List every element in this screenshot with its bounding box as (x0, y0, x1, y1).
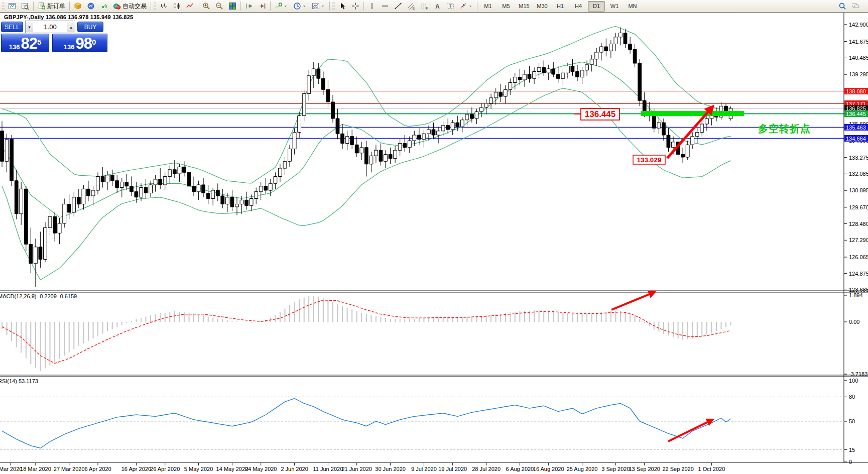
indicators-button[interactable] (273, 1, 290, 12)
vertical-line-button[interactable] (366, 1, 378, 12)
price-tick-label: 130.895 (849, 187, 868, 193)
note-text[interactable]: 多空转折点 (758, 123, 811, 134)
toolbar-grip[interactable] (154, 2, 156, 10)
new-chart-button[interactable] (6, 1, 18, 12)
chart-shift-button[interactable] (256, 1, 268, 12)
date-tick-label: 24 May 2020 (245, 466, 277, 472)
price-tick-label: 127.290 (849, 237, 868, 243)
sell-price-sup: 5 (37, 35, 41, 50)
timeframe-d1-button[interactable]: D1 (588, 1, 605, 12)
toolbar-grip[interactable] (332, 2, 335, 10)
price-annotation-text: 136.445 (585, 109, 615, 119)
sell-price-button[interactable]: 136825 (1, 34, 49, 52)
timeframe-m1-button[interactable]: M1 (479, 1, 497, 12)
data-window-button[interactable] (85, 1, 97, 12)
volume-decrease-button[interactable]: ▾ (26, 22, 33, 32)
indicators-caret-icon[interactable] (283, 3, 288, 10)
date-tick-label: 6 Aug 2020 (506, 466, 534, 472)
arrows-caret-icon[interactable] (468, 3, 473, 10)
data-window-icon (87, 2, 95, 10)
cursor-icon (338, 2, 346, 10)
svg-text:A: A (435, 3, 440, 10)
zoom-in-icon (202, 2, 210, 10)
candle-chart-button[interactable] (171, 1, 183, 12)
auto-scroll-button[interactable] (243, 1, 255, 12)
trendline-button[interactable] (392, 1, 404, 12)
tile-windows-button[interactable] (226, 1, 238, 12)
crosshair-button[interactable] (349, 1, 361, 12)
date-tick-label: 21 Jun 2020 (341, 466, 372, 472)
date-tick-label: Mar 2020 (0, 466, 22, 472)
toolbar-grip[interactable] (2, 2, 5, 10)
buy-button[interactable]: BUY (77, 22, 103, 32)
sell-price-big: 82 (21, 36, 37, 51)
cursor-button[interactable] (336, 1, 348, 12)
horizontal-line-button[interactable] (379, 1, 391, 12)
rsi-tick-label: 50 (849, 418, 855, 424)
signals-button[interactable] (98, 1, 110, 12)
search-button[interactable] (836, 1, 848, 12)
timeframe-m15-button[interactable]: M15 (516, 1, 533, 12)
chat-icon (851, 2, 859, 10)
date-tick-label: 16 Aug 2020 (533, 466, 564, 472)
sell-price-base: 136 (9, 43, 20, 51)
text-icon: A (433, 2, 441, 10)
chat-button[interactable] (849, 1, 861, 12)
arrows-button[interactable] (457, 1, 475, 12)
text-button[interactable]: A (431, 1, 443, 12)
zoom-in-button[interactable] (200, 1, 212, 12)
buy-price-big: 98 (75, 36, 91, 51)
text-label-button[interactable]: T (444, 1, 456, 12)
price-tick-label: 141.675 (849, 39, 868, 45)
indicators-icon (275, 2, 283, 10)
equidistant-channel-button[interactable]: E (405, 1, 417, 12)
auto-trading-button[interactable]: 自动交易 (111, 1, 149, 12)
date-tick-label: 25 Aug 2020 (567, 466, 598, 472)
green-resistance-bar[interactable] (641, 111, 744, 116)
timeframe-mn-button[interactable]: MN (624, 1, 641, 12)
periods-caret-icon[interactable] (302, 3, 307, 10)
timeframe-m30-button[interactable]: M30 (534, 1, 551, 12)
profiles-button[interactable] (19, 1, 31, 12)
date-tick-label: 5 May 2020 (184, 466, 213, 472)
buy-price-sup: 0 (92, 35, 96, 50)
timeframe-h4-button[interactable]: H4 (570, 1, 587, 12)
price-tick-label: 129.670 (849, 204, 868, 210)
new-order-button[interactable]: 新订单 (36, 1, 67, 12)
date-tick-label: 9 Jul 2020 (411, 466, 437, 472)
text-label-icon: T (446, 2, 454, 10)
periods-button[interactable] (291, 1, 309, 12)
price-tick-label: 133.275 (849, 155, 868, 161)
rsi-tick-label: 15 (849, 447, 855, 453)
zoom-out-button[interactable] (213, 1, 225, 12)
date-tick-label: 30 Jun 2020 (375, 466, 406, 472)
macd-tick-label: 1.894 (849, 292, 863, 298)
toolbar: 新订单自动交易EFATM1M5M15M30H1H4D1W1MN (0, 0, 868, 13)
templates-icon (312, 2, 320, 10)
volume-input[interactable] (33, 22, 67, 32)
date-tick-label: 14 May 2020 (216, 466, 249, 472)
timeframe-h1-button[interactable]: H1 (552, 1, 569, 12)
volume-stepper: ▾ ▴ (25, 21, 75, 33)
timeframe-m5-button[interactable]: M5 (498, 1, 515, 12)
templates-caret-icon[interactable] (320, 3, 325, 10)
new-order-icon (38, 2, 46, 10)
timeframe-w1-button[interactable]: W1 (606, 1, 623, 12)
buy-price-button[interactable]: 136980 (52, 34, 107, 52)
sell-button[interactable]: SELL (1, 22, 23, 32)
volume-increase-button[interactable]: ▴ (67, 22, 75, 32)
market-watch-button[interactable] (72, 1, 84, 12)
fibonacci-button[interactable]: F (418, 1, 430, 12)
new-order-label: 新订单 (47, 2, 65, 11)
auto-trading-icon (113, 2, 121, 10)
market-watch-icon (74, 2, 82, 10)
price-chart-svg[interactable]: 136.445133.029多空转折点142.900141.675140.485… (0, 0, 868, 474)
line-chart-button[interactable] (184, 1, 196, 12)
date-tick-label: 2 Jun 2020 (281, 466, 308, 472)
date-tick-label: 11 Jun 2020 (313, 466, 343, 472)
templates-button[interactable] (310, 1, 327, 12)
bar-chart-button[interactable] (158, 1, 170, 12)
fibonacci-icon: F (420, 2, 428, 10)
chart-background (0, 0, 868, 474)
date-tick-label: 18 Mar 2020 (20, 466, 51, 472)
